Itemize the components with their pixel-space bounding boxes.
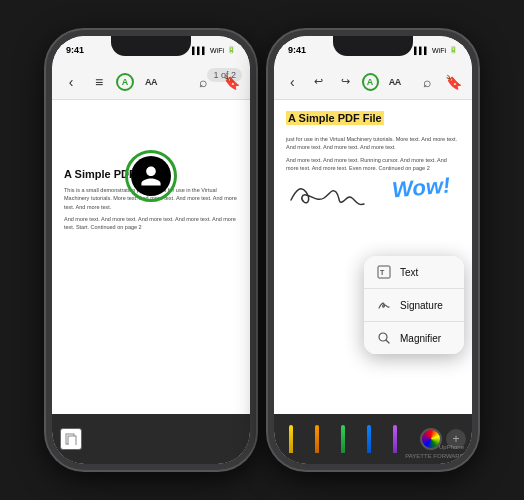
svg-text:T: T — [380, 269, 385, 276]
right-status-bar: 9:41 ▌▌▌ WiFi 🔋 — [274, 36, 472, 64]
right-nav-bar[interactable]: ‹ ↩ ↪ A AA ⌕ 🔖 — [274, 64, 472, 100]
right-status-icons: ▌▌▌ WiFi 🔋 — [414, 46, 458, 54]
highlight-circle — [125, 150, 177, 202]
battery-icon: 🔋 — [227, 46, 236, 54]
right-signal-icon: ▌▌▌ — [414, 47, 429, 54]
right-author-nav-icon[interactable]: A — [362, 73, 379, 91]
signal-icon: ▌▌▌ — [192, 47, 207, 54]
yellow-pen-tool[interactable] — [280, 421, 302, 457]
main-container: 9:41 ▌▌▌ WiFi 🔋 ‹ ≡ A AA ⌕ 🔖 1 of 2 — [30, 20, 494, 480]
popup-text-item[interactable]: T Text — [364, 256, 464, 289]
wow-text: Wow! — [391, 173, 451, 204]
back-button[interactable]: ‹ — [60, 71, 82, 93]
right-pdf-body1: just for use in the Virtual Machinery tu… — [286, 135, 460, 152]
pages-icon — [65, 433, 77, 445]
blue-pen-icon — [367, 425, 371, 453]
page-indicator: 1 of 2 — [207, 68, 242, 82]
popup-signature-label: Signature — [400, 300, 443, 311]
right-pdf-title: A Simple PDF File — [286, 111, 384, 125]
popup-text-label: Text — [400, 267, 418, 278]
signature-svg — [286, 180, 376, 215]
page-thumbnail-button[interactable] — [60, 428, 82, 450]
right-wifi-icon: WiFi — [432, 47, 446, 54]
purple-pen-icon — [393, 425, 397, 453]
left-pdf-body2: And more text. And more text. And more t… — [64, 215, 238, 232]
popup-magnifier-item[interactable]: Magnifier — [364, 322, 464, 354]
left-phone: 9:41 ▌▌▌ WiFi 🔋 ‹ ≡ A AA ⌕ 🔖 1 of 2 — [46, 30, 256, 470]
right-back-button[interactable]: ‹ — [282, 71, 303, 93]
svg-line-5 — [386, 340, 389, 343]
right-battery-icon: 🔋 — [449, 46, 458, 54]
left-bottom-toolbar — [52, 414, 250, 464]
signature-area: Wow! — [286, 180, 460, 210]
right-screen: 9:41 ▌▌▌ WiFi 🔋 ‹ ↩ ↪ A AA ⌕ 🔖 — [274, 36, 472, 464]
person-icon — [139, 164, 163, 188]
right-bookmark-button[interactable]: 🔖 — [444, 71, 465, 93]
left-time: 9:41 — [66, 45, 84, 55]
svg-rect-1 — [68, 436, 76, 445]
right-search-button[interactable]: ⌕ — [417, 71, 438, 93]
undo-button[interactable]: ↩ — [309, 71, 330, 93]
green-pen-tool[interactable] — [332, 421, 354, 457]
right-pdf-content: A Simple PDF File just for use in the Vi… — [274, 100, 472, 414]
left-pdf-content: A Simple PDF File This is a small demons… — [52, 100, 250, 414]
magnifier-icon — [376, 330, 392, 346]
green-pen-icon — [341, 425, 345, 453]
watermark: UpPhone PAYETTE FORWARD — [405, 443, 464, 460]
signature-icon — [376, 297, 392, 313]
left-status-icons: ▌▌▌ WiFi 🔋 — [192, 46, 236, 54]
wifi-icon: WiFi — [210, 47, 224, 54]
popup-signature-item[interactable]: Signature — [364, 289, 464, 322]
right-time: 9:41 — [288, 45, 306, 55]
purple-pen-tool[interactable] — [384, 421, 406, 457]
author-icon-large — [131, 156, 171, 196]
right-text-size-button[interactable]: AA — [385, 71, 406, 93]
blue-pen-tool[interactable] — [358, 421, 380, 457]
popup-magnifier-label: Magnifier — [400, 333, 441, 344]
text-size-button[interactable]: AA — [140, 71, 162, 93]
yellow-pen-icon — [289, 425, 293, 453]
redo-button[interactable]: ↪ — [335, 71, 356, 93]
orange-pen-tool[interactable] — [306, 421, 328, 457]
orange-pen-icon — [315, 425, 319, 453]
watermark-line1: UpPhone — [405, 443, 464, 451]
right-pdf-body2: And more text. And more text. Running cu… — [286, 156, 460, 173]
left-screen: 9:41 ▌▌▌ WiFi 🔋 ‹ ≡ A AA ⌕ 🔖 1 of 2 — [52, 36, 250, 464]
watermark-line2: PAYETTE FORWARD — [405, 452, 464, 460]
left-status-bar: 9:41 ▌▌▌ WiFi 🔋 — [52, 36, 250, 64]
list-icon[interactable]: ≡ — [88, 71, 110, 93]
author-nav-icon[interactable]: A — [116, 73, 134, 91]
text-icon: T — [376, 264, 392, 280]
popup-menu: T Text Signature — [364, 256, 464, 354]
right-phone: 9:41 ▌▌▌ WiFi 🔋 ‹ ↩ ↪ A AA ⌕ 🔖 — [268, 30, 478, 470]
